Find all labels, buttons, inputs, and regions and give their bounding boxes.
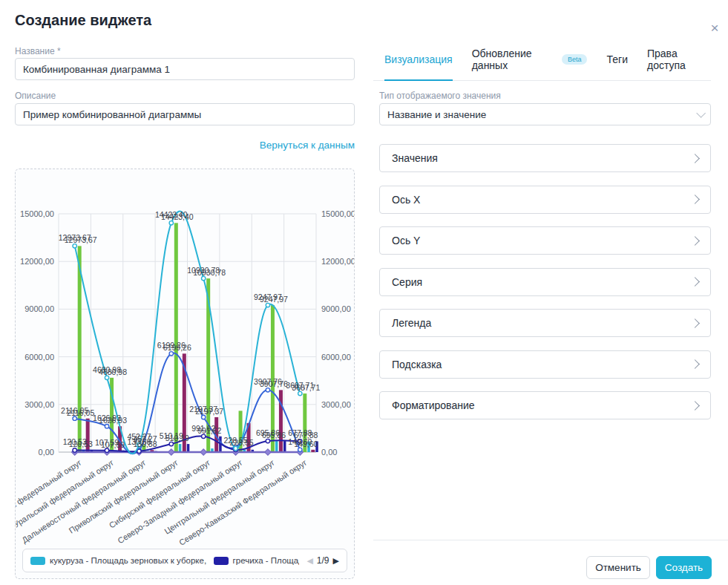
tab-label: Теги xyxy=(606,53,627,65)
close-icon[interactable]: × xyxy=(706,19,724,37)
accordion-item-label: Ось Y xyxy=(392,235,420,246)
legend-swatch xyxy=(30,557,45,565)
svg-text:15000,00: 15000,00 xyxy=(20,209,54,218)
tab-data-refresh[interactable]: Обновление данныхBeta xyxy=(472,48,588,81)
svg-text:3907,76: 3907,76 xyxy=(254,377,282,386)
chevron-right-icon xyxy=(690,236,700,246)
svg-text:452,27: 452,27 xyxy=(127,432,151,441)
svg-text:9000,00: 9000,00 xyxy=(321,304,351,313)
svg-text:15000,00: 15000,00 xyxy=(321,209,354,218)
tab-access-rights[interactable]: Права доступа xyxy=(647,48,711,81)
chevron-right-icon xyxy=(690,359,700,369)
svg-text:677,88: 677,88 xyxy=(288,428,312,437)
accordion-item[interactable]: Серия xyxy=(379,268,711,296)
svg-text:228,55: 228,55 xyxy=(224,436,248,445)
svg-text:0,00: 0,00 xyxy=(39,448,54,457)
tab-label: Права доступа xyxy=(647,48,711,71)
svg-text:107,59: 107,59 xyxy=(95,438,119,447)
svg-text:9000,00: 9000,00 xyxy=(24,304,54,313)
page-title: Создание виджета xyxy=(15,12,151,29)
legend-prev-icon[interactable]: ◀ xyxy=(306,556,312,566)
svg-text:10930,78: 10930,78 xyxy=(187,266,220,275)
name-input[interactable] xyxy=(15,58,355,80)
footer-divider xyxy=(373,540,728,540)
accordion-item-label: Значения xyxy=(392,152,438,164)
accordion-item-label: Подсказка xyxy=(392,359,442,370)
svg-text:6000,00: 6000,00 xyxy=(321,353,351,362)
accordion-item[interactable]: Легенда xyxy=(379,309,711,337)
svg-text:2116,05: 2116,05 xyxy=(61,406,88,415)
svg-text:3687,71: 3687,71 xyxy=(286,381,314,390)
name-field-label: Название * xyxy=(15,46,61,56)
combo-chart: 0,000,003000,003000,006000,006000,009000… xyxy=(16,169,354,546)
accordion-item-label: Серия xyxy=(392,276,422,288)
accordion-item[interactable]: Подсказка xyxy=(379,350,711,379)
svg-text:14423,40: 14423,40 xyxy=(155,210,188,219)
legend-items-container: кукуруза - Площадь зерновых к уборке, ты… xyxy=(30,556,306,565)
settings-accordion: ЗначенияОсь XОсь YСерияЛегендаПодсказкаФ… xyxy=(379,144,711,433)
svg-text:12000,00: 12000,00 xyxy=(20,257,54,266)
tab-tags[interactable]: Теги xyxy=(606,48,627,81)
legend-swatch xyxy=(214,557,229,565)
display-type-select[interactable]: Название и значение xyxy=(379,103,711,125)
chevron-right-icon xyxy=(690,277,700,287)
chevron-right-icon xyxy=(690,318,700,328)
accordion-item[interactable]: Ось Y xyxy=(379,226,711,255)
legend-page-indicator: 1/9 xyxy=(317,555,329,566)
display-type-label: Тип отображаемого значения xyxy=(379,91,501,101)
svg-text:9247,97: 9247,97 xyxy=(254,292,282,301)
chart-preview-card: 0,000,003000,003000,006000,006000,009000… xyxy=(15,169,355,579)
tab-label: Обновление данных xyxy=(472,48,557,71)
description-input[interactable] xyxy=(15,103,355,125)
display-type-value: Название и значение xyxy=(387,109,486,120)
chevron-right-icon xyxy=(690,154,700,163)
chevron-right-icon xyxy=(690,401,700,411)
accordion-item-label: Ось X xyxy=(392,194,420,206)
cancel-button[interactable]: Отменить xyxy=(586,556,650,579)
legend-next-icon[interactable]: ▶ xyxy=(333,556,339,566)
accordion-item[interactable]: Ось X xyxy=(379,186,711,214)
create-button[interactable]: Создать xyxy=(656,556,712,579)
tab-visualization[interactable]: Визуализация xyxy=(384,48,453,81)
legend-item: гречиха - Площадь : xyxy=(214,556,300,565)
svg-text:510,19: 510,19 xyxy=(160,431,183,440)
svg-text:4680,98: 4680,98 xyxy=(93,365,121,374)
svg-text:12000,00: 12000,00 xyxy=(321,257,354,266)
right-panel-tabs: ВизуализацияОбновление данныхBetaТегиПра… xyxy=(373,48,711,81)
svg-text:120,53: 120,53 xyxy=(63,437,87,446)
chevron-right-icon xyxy=(690,195,700,204)
description-field-label: Описание xyxy=(15,91,56,101)
svg-text:12973,67: 12973,67 xyxy=(59,233,91,242)
legend-pager: ◀ 1/9 ▶ xyxy=(306,555,339,566)
svg-text:0,00: 0,00 xyxy=(321,448,337,457)
legend-label: кукуруза - Площадь зерновых к уборке, ты… xyxy=(50,556,206,565)
svg-text:1626,93: 1626,93 xyxy=(93,414,121,422)
svg-text:6000,00: 6000,00 xyxy=(24,353,54,362)
beta-badge: Beta xyxy=(562,54,588,65)
svg-text:2197,37: 2197,37 xyxy=(189,405,217,414)
svg-text:991,62: 991,62 xyxy=(191,424,215,433)
back-to-data-link[interactable]: Вернуться к данным xyxy=(15,140,355,151)
chevron-down-icon xyxy=(696,108,706,118)
svg-text:3000,00: 3000,00 xyxy=(24,400,54,409)
legend-label: гречиха - Площадь : xyxy=(233,556,300,565)
accordion-item-label: Форматирование xyxy=(392,399,475,411)
accordion-item[interactable]: Значения xyxy=(379,144,711,172)
tab-label: Визуализация xyxy=(384,53,453,65)
svg-text:6199,26: 6199,26 xyxy=(157,341,186,350)
accordion-item-label: Легенда xyxy=(392,317,431,329)
legend-item: кукуруза - Площадь зерновых к уборке, ты… xyxy=(30,556,206,565)
svg-text:3000,00: 3000,00 xyxy=(321,400,351,409)
svg-text:695,86: 695,86 xyxy=(256,428,280,437)
accordion-item[interactable]: Форматирование xyxy=(379,391,711,419)
chart-legend: кукуруза - Площадь зерновых к уборке, ты… xyxy=(22,549,347,572)
